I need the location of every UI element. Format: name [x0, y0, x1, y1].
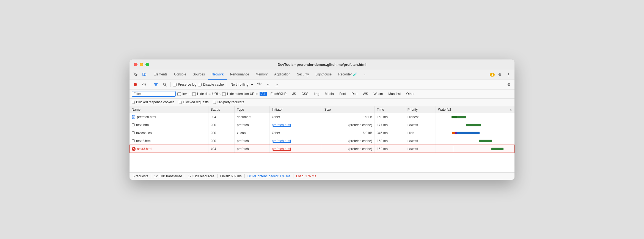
search-button[interactable]	[161, 81, 168, 88]
row-select-checkbox[interactable]	[132, 123, 135, 126]
filter-css[interactable]: CSS	[300, 92, 310, 96]
tab-sources[interactable]: Sources	[189, 70, 208, 80]
col-size[interactable]: Size	[322, 106, 375, 113]
filter-other[interactable]: Other	[405, 92, 416, 96]
col-waterfall[interactable]: Waterfall ▲	[436, 106, 514, 113]
filter-all[interactable]: All	[260, 92, 266, 96]
third-party-label[interactable]: 3rd-party requests	[213, 100, 244, 104]
cell-type: prefetch	[235, 145, 269, 153]
initiator-link[interactable]: prefetch.html	[272, 147, 291, 151]
waterfall-bar	[491, 148, 503, 150]
device-icon[interactable]	[141, 71, 148, 78]
settings-icon[interactable]: ⚙	[496, 71, 503, 78]
hide-ext-urls-label[interactable]: Hide extension URLs	[222, 92, 258, 96]
third-party-checkbox[interactable]	[213, 101, 216, 104]
close-button[interactable]	[134, 63, 137, 66]
cell-status: 200	[208, 121, 234, 129]
col-initiator[interactable]: Initiator	[269, 106, 322, 113]
table-row[interactable]: prefetch.html304documentOther291 B168 ms…	[130, 113, 514, 121]
cell-type: document	[235, 113, 269, 121]
tab-console[interactable]: Console	[171, 70, 189, 80]
cell-initiator[interactable]: prefetch.html	[269, 137, 322, 145]
throttle-select[interactable]: No throttling	[229, 82, 254, 87]
network-settings-icon[interactable]: ⚙	[505, 81, 512, 88]
svg-point-3	[134, 83, 137, 86]
cell-name: prefetch.html	[130, 113, 208, 121]
table-row[interactable]: ✕next3.html404prefetchprefetch.html(pref…	[130, 145, 514, 153]
initiator-link[interactable]: prefetch.html	[272, 139, 291, 143]
filter-type-buttons: All Fetch/XHR JS CSS Img Media Font Doc …	[260, 92, 512, 96]
waterfall-bar	[466, 124, 481, 126]
col-time[interactable]: Time	[375, 106, 405, 113]
row-select-checkbox[interactable]	[132, 131, 135, 134]
table-row[interactable]: favicon.ico200x-iconOther6.0 kB346 msHig…	[130, 129, 514, 137]
blocked-cookies-label[interactable]: Blocked response cookies	[132, 100, 174, 104]
inspect-icon[interactable]	[132, 71, 139, 78]
tab-more[interactable]: »	[360, 70, 369, 80]
cell-status: 404	[208, 145, 234, 153]
table-row[interactable]: next.html200prefetchprefetch.html(prefet…	[130, 121, 514, 129]
hide-data-urls-label[interactable]: Hide data URLs	[192, 92, 221, 96]
col-status[interactable]: Status	[208, 106, 234, 113]
col-priority[interactable]: Priority	[405, 106, 436, 113]
tab-recorder[interactable]: Recorder 🧪	[335, 70, 360, 80]
filter-doc[interactable]: Doc	[350, 92, 359, 96]
cell-priority: Highest	[405, 113, 436, 121]
initiator-link[interactable]: prefetch.html	[272, 123, 291, 127]
filter-font[interactable]: Font	[338, 92, 348, 96]
table-row[interactable]: next2.html200prefetchprefetch.html(prefe…	[130, 137, 514, 145]
tab-bar: Elements Console Sources Network Perform…	[130, 70, 514, 80]
clear-button[interactable]	[141, 81, 148, 88]
preserve-log-label[interactable]: Preserve log	[173, 83, 196, 86]
filter-input-wrap[interactable]	[132, 91, 176, 97]
filter-img[interactable]: Img	[312, 92, 321, 96]
cell-initiator[interactable]: prefetch.html	[269, 145, 322, 153]
filter-wasm[interactable]: Wasm	[372, 92, 385, 96]
svg-rect-1	[143, 73, 145, 76]
preserve-log-checkbox[interactable]	[173, 83, 177, 86]
cell-priority: Lowest	[405, 145, 436, 153]
upload-icon[interactable]	[265, 81, 272, 88]
invert-label[interactable]: Invert	[177, 92, 191, 96]
tab-memory[interactable]: Memory	[252, 70, 271, 80]
hide-ext-urls-checkbox[interactable]	[222, 92, 226, 96]
titlebar: DevTools - prerender-demos.glitch.me/pre…	[130, 59, 514, 70]
filter-manifest[interactable]: Manifest	[387, 92, 402, 96]
tab-performance[interactable]: Performance	[227, 70, 252, 80]
invert-checkbox[interactable]	[177, 92, 181, 96]
filter-media[interactable]: Media	[323, 92, 335, 96]
filter-ws[interactable]: WS	[361, 92, 370, 96]
disable-cache-checkbox[interactable]	[198, 83, 202, 86]
blocked-requests-checkbox[interactable]	[179, 101, 182, 104]
filter-js[interactable]: JS	[291, 92, 298, 96]
more-options-icon[interactable]: ⋮	[505, 71, 512, 78]
disable-cache-label[interactable]: Disable cache	[198, 83, 224, 86]
blocked-requests-label[interactable]: Blocked requests	[179, 100, 208, 104]
record-stop-button[interactable]	[132, 81, 139, 88]
tab-lighthouse[interactable]: Lighthouse	[312, 70, 335, 80]
toolbar-divider-3	[226, 82, 226, 87]
tab-network[interactable]: Network	[208, 70, 227, 80]
network-table-container[interactable]: Name Status Type Initiator Size Time Pri…	[130, 106, 514, 172]
wifi-icon[interactable]	[256, 81, 263, 88]
row-select-checkbox[interactable]	[132, 139, 135, 142]
minimize-button[interactable]	[140, 63, 143, 66]
hide-data-urls-checkbox[interactable]	[192, 92, 196, 96]
cell-waterfall	[436, 137, 514, 145]
maximize-button[interactable]	[145, 63, 149, 66]
blocked-cookies-checkbox[interactable]	[132, 101, 135, 104]
cell-initiator[interactable]: prefetch.html	[269, 121, 322, 129]
filter-fetch-xhr[interactable]: Fetch/XHR	[269, 92, 288, 96]
tab-elements[interactable]: Elements	[150, 70, 171, 80]
filter-toggle-button[interactable]	[152, 81, 159, 88]
cell-priority: High	[405, 129, 436, 137]
tab-security[interactable]: Security	[294, 70, 312, 80]
filter-input[interactable]	[134, 92, 169, 96]
tab-application[interactable]: Application	[271, 70, 294, 80]
col-type[interactable]: Type	[235, 106, 269, 113]
col-name[interactable]: Name	[130, 106, 208, 113]
download-icon[interactable]	[273, 81, 280, 88]
cell-waterfall	[436, 129, 514, 137]
filename: next2.html	[136, 139, 151, 143]
toolbar-divider-1	[150, 82, 150, 87]
